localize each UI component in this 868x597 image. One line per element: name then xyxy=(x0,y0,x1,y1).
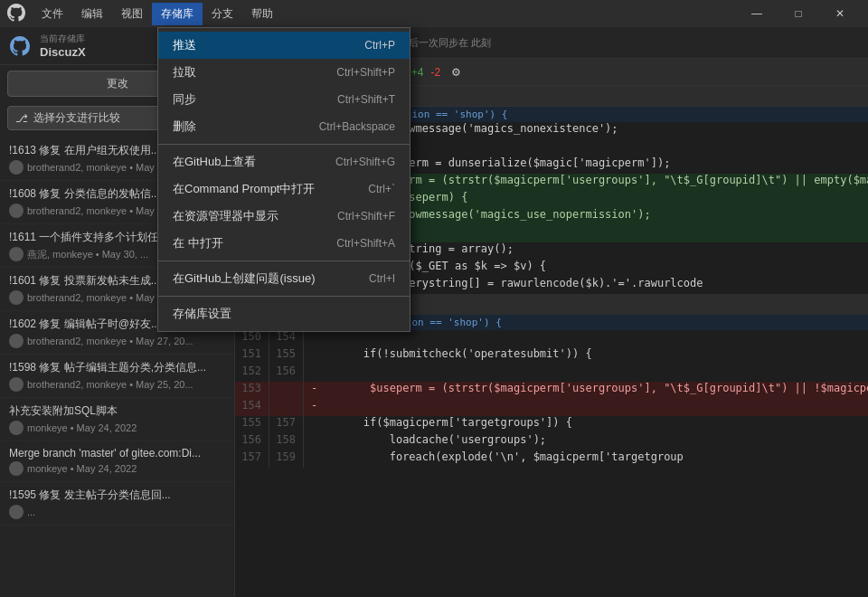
close-button[interactable]: ✕ xyxy=(819,0,861,27)
titlebar: 文件 编辑 视图 存储库 分支 帮助 — □ ✕ xyxy=(0,0,868,27)
menu-item-存储库设置[interactable]: 存储库设置 xyxy=(158,300,410,327)
menu-separator xyxy=(158,261,410,261)
menu-file[interactable]: 文件 xyxy=(33,3,72,25)
menu-item-在command-prompt中打开[interactable]: 在Command Prompt中打开Ctrl+` xyxy=(158,175,410,203)
menu-repository[interactable]: 存储库 xyxy=(152,3,203,25)
menu-item-在-中打开[interactable]: 在 中打开Ctrl+Shift+A xyxy=(158,230,410,257)
repository-menu: 推送Ctrl+P拉取Ctrl+Shift+P同步Ctrl+Shift+T删除Ct… xyxy=(157,27,410,332)
menu-item-shortcut: Ctrl+Shift+G xyxy=(335,156,395,168)
menu-item-shortcut: Ctrl+Shift+P xyxy=(336,66,395,79)
maximize-button[interactable]: □ xyxy=(778,0,819,27)
menu-item-label: 在 中打开 xyxy=(173,235,223,251)
menu-item-label: 在资源管理器中显示 xyxy=(173,208,278,224)
menu-bar: 文件 编辑 视图 存储库 分支 帮助 xyxy=(33,3,282,25)
menu-item-删除[interactable]: 删除Ctrl+Backspace xyxy=(158,113,410,140)
dropdown-overlay[interactable]: 推送Ctrl+P拉取Ctrl+Shift+P同步Ctrl+Shift+T删除Ct… xyxy=(0,27,868,597)
menu-item-label: 在Command Prompt中打开 xyxy=(173,181,315,197)
menu-branch[interactable]: 分支 xyxy=(203,3,242,25)
menu-separator xyxy=(158,144,410,145)
menu-item-shortcut: Ctrl+I xyxy=(369,272,395,285)
window-controls: — □ ✕ xyxy=(736,0,861,27)
menu-item-label: 存储库设置 xyxy=(173,306,231,322)
menu-item-shortcut: Ctrl+Shift+F xyxy=(337,210,395,223)
menu-item-在资源管理器中显示[interactable]: 在资源管理器中显示Ctrl+Shift+F xyxy=(158,203,410,230)
menu-item-shortcut: Ctrl+P xyxy=(364,39,395,52)
menu-item-label: 同步 xyxy=(173,91,196,108)
menu-item-label: 拉取 xyxy=(173,64,196,81)
menu-item-同步[interactable]: 同步Ctrl+Shift+T xyxy=(158,86,410,113)
menu-item-label: 在GitHub上创建问题(issue) xyxy=(173,270,315,287)
menu-item-shortcut: Ctrl+Shift+A xyxy=(336,237,395,250)
menu-item-shortcut: Ctrl+Shift+T xyxy=(337,93,395,106)
menu-separator xyxy=(158,296,410,297)
menu-edit[interactable]: 编辑 xyxy=(72,3,112,25)
menu-item-shortcut: Ctrl+Backspace xyxy=(319,120,395,133)
menu-item-label: 推送 xyxy=(173,37,196,53)
github-logo xyxy=(7,4,25,24)
menu-item-label: 删除 xyxy=(173,118,196,135)
menu-item-在github上创建问题(issue)[interactable]: 在GitHub上创建问题(issue)Ctrl+I xyxy=(158,265,410,292)
menu-item-shortcut: Ctrl+` xyxy=(368,183,395,195)
menu-help[interactable]: 帮助 xyxy=(242,3,282,25)
menu-item-label: 在GitHub上查看 xyxy=(173,154,256,170)
menu-item-在github上查看[interactable]: 在GitHub上查看Ctrl+Shift+G xyxy=(158,148,410,175)
menu-item-推送[interactable]: 推送Ctrl+P xyxy=(158,32,410,59)
menu-view[interactable]: 视图 xyxy=(112,3,152,25)
minimize-button[interactable]: — xyxy=(736,0,778,27)
menu-item-拉取[interactable]: 拉取Ctrl+Shift+P xyxy=(158,59,410,86)
